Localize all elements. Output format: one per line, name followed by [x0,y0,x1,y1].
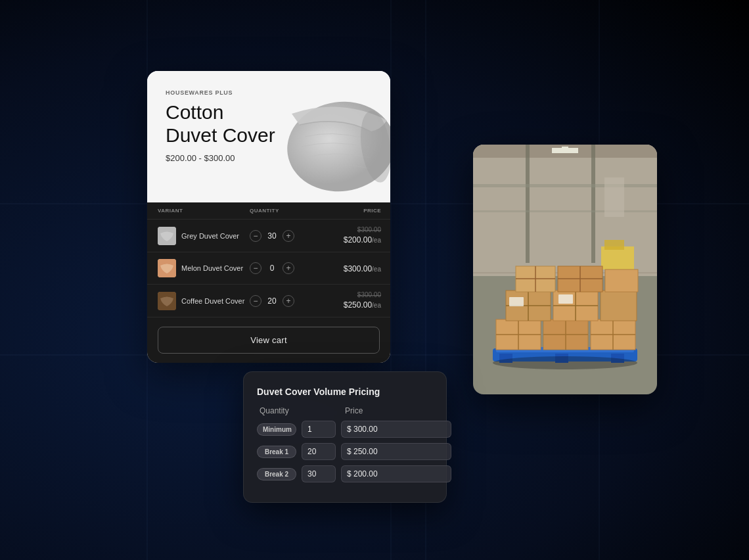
pricing-price-header: Price [345,406,430,415]
price-original-coffee: $300.00 [302,291,381,298]
svg-rect-17 [473,210,657,212]
variant-row-grey: Grey Duvet Cover − 30 + $300.00 $200.00/… [147,220,390,252]
svg-rect-47 [605,269,638,292]
qty-increase-melon[interactable]: + [283,262,294,274]
price-current-coffee: $250.00 [344,300,372,310]
variant-info-coffee: Coffee Duvet Cover [158,292,250,310]
view-cart-button[interactable]: View cart [158,327,380,354]
variant-name-grey: Grey Duvet Cover [181,232,239,240]
price-unit-coffee: /ea [372,302,381,309]
pricing-badge-minimum: Minimum [257,423,296,436]
price-current-melon: $300.00 [344,264,372,273]
pricing-card: Duvet Cover Volume Pricing Quantity Pric… [243,371,447,503]
svg-rect-15 [591,145,595,263]
qty-increase-coffee[interactable]: + [283,295,294,307]
svg-rect-21 [601,246,634,269]
svg-rect-40 [601,291,637,321]
pricing-row-minimum: Minimum [257,421,433,438]
product-card-header: HOUSEWARES PLUS Cotton Duvet Cover $200.… [147,71,390,202]
pricing-badge-break2: Break 2 [257,468,296,480]
product-card-table: VARIANT QUANTITY PRICE VARIANT TOTAL Gre… [147,202,390,363]
table-header: VARIANT QUANTITY PRICE VARIANT TOTAL [147,202,390,220]
pricing-qty-header: Quantity [260,406,345,415]
qty-value-grey: 30 [267,231,277,241]
pricing-row-break1: Break 1 [257,443,433,460]
pricing-qty-break1[interactable] [302,443,336,460]
svg-rect-52 [509,297,524,306]
pricing-qty-break2[interactable] [302,465,336,482]
pricing-header: Quantity Price [257,406,433,421]
qty-increase-grey[interactable]: + [283,230,294,242]
pricing-qty-minimum[interactable] [302,421,336,438]
variant-name-melon: Melon Duvet Cover [181,264,243,272]
price-unit-melon: /ea [372,266,381,273]
price-cell-grey: $300.00 $200.00/ea [302,226,381,245]
svg-rect-53 [558,294,573,304]
price-cell-coffee: $300.00 $250.00/ea [302,291,381,310]
variant-thumb-melon [158,259,176,277]
price-cell-melon: $300.00/ea [302,262,381,274]
price-unit-grey: /ea [372,237,381,244]
svg-rect-14 [526,145,530,263]
pricing-title: Duvet Cover Volume Pricing [257,386,433,397]
product-image [272,84,390,196]
svg-rect-22 [604,240,624,250]
qty-control-coffee: − 20 + [250,295,302,307]
svg-rect-20 [604,177,624,217]
qty-value-coffee: 20 [267,296,277,306]
variant-info-melon: Melon Duvet Cover [158,259,250,277]
qty-decrease-grey[interactable]: − [250,230,261,242]
pricing-row-break2: Break 2 [257,465,433,482]
qty-control-grey: − 30 + [250,230,302,242]
variant-name-coffee: Coffee Duvet Cover [181,297,244,305]
variant-row-melon: Melon Duvet Cover − 0 + $300.00/ea [147,252,390,285]
pricing-price-break2[interactable] [341,465,451,482]
variant-info-grey: Grey Duvet Cover [158,227,250,245]
qty-value-melon: 0 [267,264,277,273]
warehouse-card [473,145,657,394]
variant-thumb-coffee [158,292,176,310]
pricing-badge-break1: Break 1 [257,446,296,458]
product-card: HOUSEWARES PLUS Cotton Duvet Cover $200.… [147,71,390,363]
qty-decrease-melon[interactable]: − [250,262,261,274]
svg-point-54 [493,356,637,369]
price-original-grey: $300.00 [302,226,381,233]
pricing-price-break1[interactable] [341,443,451,460]
qty-control-melon: − 0 + [250,262,302,274]
svg-rect-16 [473,184,657,187]
svg-rect-19 [562,147,568,149]
pricing-price-minimum[interactable] [341,421,451,438]
view-cart-row: View cart [147,317,390,363]
price-current-grey: $200.00 [344,235,372,245]
qty-decrease-coffee[interactable]: − [250,295,261,307]
variant-row-coffee: Coffee Duvet Cover − 20 + $300.00 $250.0… [147,285,390,317]
variant-thumb-grey [158,227,176,245]
